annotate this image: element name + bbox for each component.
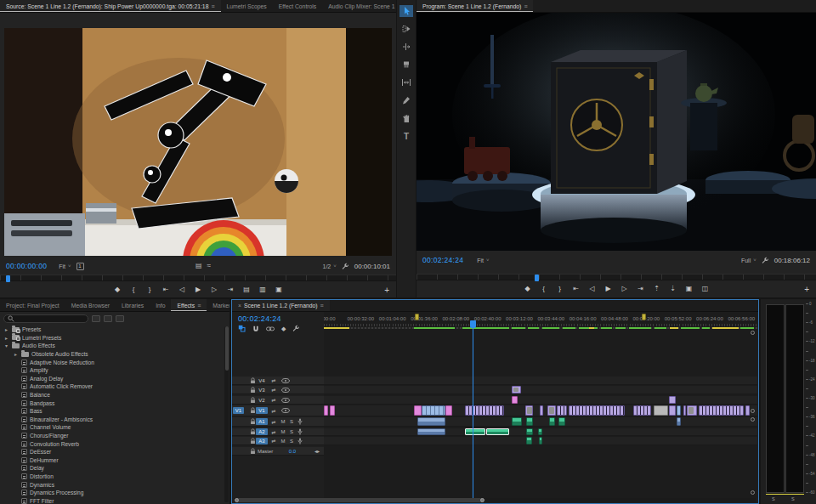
effects-tree-item[interactable]: Analog Delay [0,375,223,383]
program-resolution-select[interactable]: Full˅ [741,258,756,263]
comparison-view-button[interactable]: ◫ [701,286,710,292]
effects-tree-item[interactable]: ▾Audio Effects [0,342,223,350]
clip-a2[interactable] [526,428,533,435]
source-zoom-select[interactable]: Fit˅ [59,263,71,269]
tool-pen[interactable] [400,94,413,106]
clip-v1[interactable] [699,405,744,416]
go-to-out-button[interactable]: ⇥ [226,286,235,293]
effects-tree-item[interactable]: Distortion [0,473,223,481]
clip-a1[interactable] [417,417,445,426]
tool-ripple-edit[interactable] [400,41,413,53]
clip-v1[interactable] [547,405,556,416]
track-output-eye-icon[interactable] [280,398,290,403]
program-settings-wrench-icon[interactable] [762,257,769,264]
yuv-effects-filter-icon[interactable] [116,315,124,322]
track-target-v3[interactable]: V3 [256,387,268,394]
sync-lock-icon[interactable]: ⇄ [269,429,278,435]
effects-tree-item[interactable]: Binauralizer - Ambisonics [0,416,223,424]
clip-a1[interactable] [526,417,533,426]
track-height-handle-audio[interactable] [751,417,755,422]
clip-v1[interactable] [557,405,567,416]
mark-in-button[interactable]: { [129,286,138,293]
clip-v1[interactable] [465,405,504,416]
go-to-in-button[interactable]: ⇤ [162,286,170,293]
track-header-a1[interactable]: A1⇄MS [232,417,324,427]
sync-lock-icon[interactable]: ⇄ [269,387,278,393]
effects-tree-item[interactable]: ▸Presets [0,326,223,334]
step-forward-button[interactable]: ▷ [620,286,629,292]
effects-tree-item[interactable]: FFT Filter [0,496,223,504]
track-output-eye-icon[interactable] [280,388,290,393]
timeline-horizontal-scrollbar[interactable] [234,498,756,502]
tab-project-effects[interactable]: Effects≡ [171,299,207,311]
clip-v1[interactable] [330,405,335,416]
tool-selection[interactable] [400,5,413,17]
clip-v1[interactable] [654,405,668,416]
vertical-scroll-handle-bottom[interactable] [751,490,755,495]
clip-v1[interactable] [324,405,328,416]
clip-v1[interactable] [569,405,625,416]
effects-tree-item[interactable]: Bandpass [0,399,223,407]
clip-v1[interactable] [422,405,445,416]
zoom-handle-right[interactable] [480,498,484,502]
track-output-eye-icon[interactable] [280,408,290,413]
mute-button[interactable]: M [280,439,286,444]
effects-tree-item[interactable]: DeEsser [0,448,223,456]
mute-button[interactable]: M [280,419,286,424]
voiceover-mic-icon[interactable] [297,438,303,445]
clip-v1[interactable] [683,405,686,416]
track-lane-v3[interactable] [324,386,757,394]
snap-icon[interactable] [252,326,259,332]
effects-tree-item[interactable]: ▸Lumetri Presets [0,334,223,343]
timeline-settings-wrench-icon[interactable] [292,325,300,332]
panel-menu-icon[interactable]: ≡ [211,3,214,9]
twirl-collapsed-icon[interactable]: ▸ [13,351,19,357]
lock-icon[interactable] [249,377,256,384]
track-header-a3[interactable]: A3⇄MS [232,437,324,445]
add-marker-icon[interactable]: ◆ [281,326,286,331]
source-scrubber[interactable] [0,275,396,281]
sync-lock-icon[interactable]: ⇄ [269,419,278,425]
effects-tree-item[interactable]: Delay [0,464,223,473]
lift-button[interactable]: ⇡ [653,286,661,292]
tab-program[interactable]: Program: Scene 1 Line 1.2 (Fernando)≡ [416,0,533,12]
tool-razor[interactable] [400,59,413,71]
voiceover-mic-icon[interactable] [297,418,303,425]
track-header-v3[interactable]: V3⇄ [232,386,324,394]
lock-icon[interactable] [249,397,256,404]
effects-tree-item[interactable]: Channel Volume [0,423,223,432]
mark-in-button[interactable]: { [540,286,548,292]
sync-lock-icon[interactable]: ⇄ [269,438,278,444]
effects-tree-item[interactable]: Dynamics Processing [0,489,223,497]
clip-a3[interactable] [539,437,542,445]
sync-lock-icon[interactable]: ⇄ [269,408,278,414]
track-target-a1[interactable]: A1 [256,418,268,425]
clip-v1[interactable] [445,405,452,416]
program-button-editor[interactable]: + [804,285,809,294]
clip-a1[interactable] [512,417,522,426]
clip-a3[interactable] [526,437,532,445]
export-frame-button[interactable]: ▣ [275,286,283,293]
tab-source-source[interactable]: Source: Scene 1 Line 1.2 (Fernando): Shi… [0,0,221,12]
tool-type[interactable]: T [400,130,413,142]
effects-tree-item[interactable]: Dynamics [0,480,223,489]
track-header-master[interactable]: Master0.0◂▸ [232,447,324,456]
program-video-frame[interactable] [416,13,816,251]
effects-tree-item[interactable]: Balance [0,391,223,399]
twirl-collapsed-icon[interactable]: ▸ [3,335,9,341]
solo-button[interactable]: S [288,439,295,444]
clip-v3[interactable] [512,386,521,394]
source-resolution-select[interactable]: 1/2˅ [322,263,336,269]
lock-icon[interactable] [249,438,256,445]
clip-a2[interactable] [538,428,542,435]
lock-icon[interactable] [249,407,256,414]
vertical-scroll-handle-top[interactable] [751,331,755,335]
clip-v1[interactable] [540,405,543,416]
drag-video-icon[interactable]: ▤ [196,263,202,269]
tab-source-lumetri[interactable]: Lumetri Scopes [221,0,273,12]
export-frame-button[interactable]: ▣ [685,286,694,292]
zoom-handle-left[interactable] [235,498,239,502]
program-zoom-select[interactable]: Fit˅ [477,258,489,263]
tool-slip[interactable] [400,76,413,88]
mute-button[interactable]: M [280,429,286,434]
